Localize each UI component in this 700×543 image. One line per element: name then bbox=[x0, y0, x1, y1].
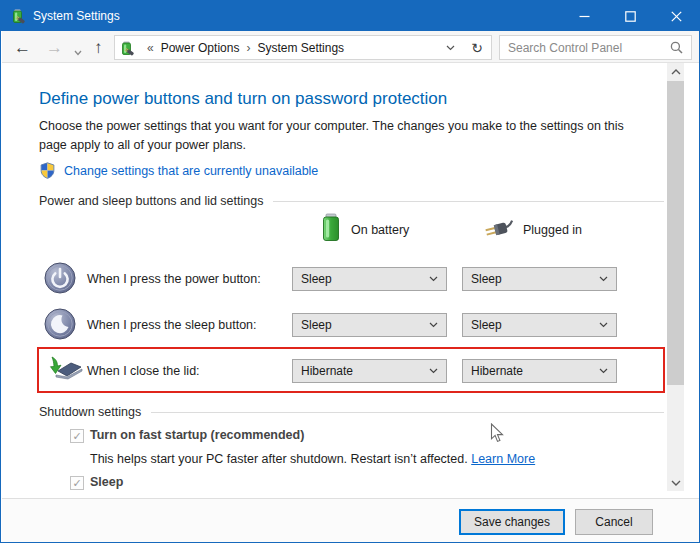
chevron-down-icon bbox=[429, 276, 438, 282]
sleep-button-icon bbox=[44, 308, 76, 344]
power-section-title: Power and sleep buttons and lid settings bbox=[39, 194, 263, 208]
learn-more-link[interactable]: Learn More bbox=[471, 452, 535, 466]
chevron-down-icon bbox=[599, 322, 608, 328]
battery-icon bbox=[321, 213, 341, 246]
select-value: Hibernate bbox=[471, 364, 599, 378]
power-button-icon bbox=[44, 262, 76, 298]
settings-content: Define power buttons and turn on passwor… bbox=[2, 63, 700, 498]
chevron-down-icon bbox=[429, 322, 438, 328]
select-value: Sleep bbox=[471, 318, 599, 332]
fast-startup-help: This helps start your PC faster after sh… bbox=[90, 452, 535, 466]
section-divider bbox=[151, 412, 664, 413]
address-bar[interactable]: « Power Options › System Settings bbox=[114, 35, 464, 60]
select-value: Sleep bbox=[471, 272, 599, 286]
chevron-down-icon bbox=[599, 368, 608, 374]
breadcrumb-item-system-settings[interactable]: System Settings bbox=[257, 41, 344, 55]
close-lid-on-battery-select[interactable]: Hibernate bbox=[292, 359, 447, 383]
search-box[interactable]: Search Control Panel bbox=[499, 35, 692, 60]
check-icon: ✓ bbox=[72, 477, 81, 490]
forward-icon[interactable]: → bbox=[46, 39, 63, 56]
on-battery-column-label: On battery bbox=[351, 223, 409, 237]
chevron-down-icon bbox=[599, 276, 608, 282]
laptop-lid-icon bbox=[48, 356, 84, 388]
refresh-button[interactable]: ↻ bbox=[463, 35, 492, 60]
system-settings-window: System Settings ← → ↑ bbox=[0, 0, 700, 543]
shutdown-section-title: Shutdown settings bbox=[39, 405, 141, 419]
close-button[interactable] bbox=[653, 1, 699, 31]
close-lid-row-label: When I close the lid: bbox=[87, 364, 200, 378]
sleep-button-row-label: When I press the sleep button: bbox=[87, 318, 257, 332]
scroll-down-button[interactable] bbox=[667, 474, 684, 491]
uac-shield-icon bbox=[39, 162, 56, 179]
back-icon[interactable]: ← bbox=[14, 39, 31, 56]
cancel-button[interactable]: Cancel bbox=[575, 509, 653, 535]
breadcrumb-separator-icon[interactable]: › bbox=[246, 41, 250, 55]
sleep-checkbox[interactable]: ✓ bbox=[70, 476, 84, 490]
check-icon: ✓ bbox=[72, 430, 81, 443]
address-dropdown-icon[interactable] bbox=[446, 45, 455, 51]
scroll-up-button[interactable] bbox=[667, 63, 684, 80]
search-placeholder: Search Control Panel bbox=[508, 41, 670, 55]
breadcrumb-app-icon bbox=[119, 40, 135, 56]
plug-icon bbox=[481, 219, 517, 245]
fast-startup-label: Turn on fast startup (recommended) bbox=[90, 428, 304, 442]
page-description: Choose the power settings that you want … bbox=[39, 117, 651, 156]
power-button-on-battery-select[interactable]: Sleep bbox=[292, 267, 447, 291]
fast-startup-checkbox[interactable]: ✓ bbox=[70, 429, 84, 443]
close-lid-plugged-in-select[interactable]: Hibernate bbox=[462, 359, 617, 383]
footer-bar: Save changes Cancel bbox=[2, 498, 700, 543]
navigation-bar: ← → ↑ « Power Options › System Settings bbox=[2, 31, 700, 63]
power-button-plugged-in-select[interactable]: Sleep bbox=[462, 267, 617, 291]
breadcrumb-item-power-options[interactable]: Power Options bbox=[161, 41, 240, 55]
select-value: Hibernate bbox=[301, 364, 429, 378]
chevron-down-icon bbox=[429, 368, 438, 374]
plugged-in-column-label: Plugged in bbox=[523, 223, 582, 237]
select-value: Sleep bbox=[301, 318, 429, 332]
sleep-checkbox-label: Sleep bbox=[90, 475, 123, 489]
sleep-button-plugged-in-select[interactable]: Sleep bbox=[462, 313, 617, 337]
scrollbar-thumb[interactable] bbox=[667, 81, 684, 385]
vertical-scrollbar[interactable] bbox=[667, 63, 684, 491]
history-chevron-icon[interactable] bbox=[74, 42, 82, 59]
page-title: Define power buttons and turn on passwor… bbox=[39, 89, 447, 109]
section-divider bbox=[273, 201, 664, 202]
mouse-cursor bbox=[490, 423, 505, 448]
search-icon[interactable] bbox=[670, 41, 683, 54]
power-button-row-label: When I press the power button: bbox=[87, 272, 261, 286]
up-icon[interactable]: ↑ bbox=[94, 39, 103, 56]
save-changes-button[interactable]: Save changes bbox=[459, 509, 565, 535]
power-options-app-icon bbox=[10, 8, 26, 28]
refresh-icon: ↻ bbox=[471, 40, 483, 56]
select-value: Sleep bbox=[301, 272, 429, 286]
minimize-button[interactable] bbox=[561, 1, 607, 31]
power-section-header: Power and sleep buttons and lid settings bbox=[39, 194, 664, 208]
maximize-button[interactable] bbox=[607, 1, 653, 31]
window-title: System Settings bbox=[33, 1, 120, 31]
sleep-button-on-battery-select[interactable]: Sleep bbox=[292, 313, 447, 337]
change-unavailable-settings-link[interactable]: Change settings that are currently unava… bbox=[64, 164, 318, 178]
shutdown-section-header: Shutdown settings bbox=[39, 405, 664, 419]
title-bar: System Settings bbox=[1, 1, 699, 31]
breadcrumb-collapse-icon[interactable]: « bbox=[147, 41, 154, 55]
fast-startup-help-text: This helps start your PC faster after sh… bbox=[90, 452, 468, 466]
